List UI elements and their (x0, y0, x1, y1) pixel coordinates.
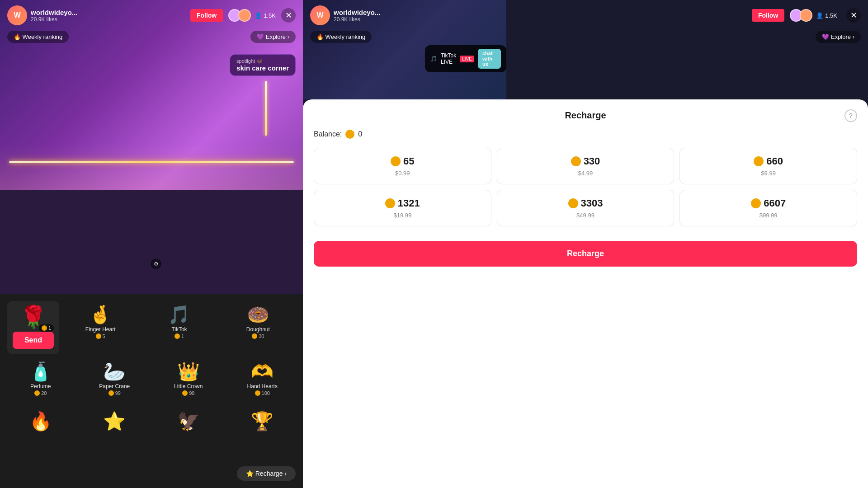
send-button[interactable]: Send (13, 332, 54, 349)
gift-name-tiktok: TikTok (171, 326, 187, 333)
gift-tiktok[interactable]: 🎵 TikTok 1 (142, 301, 217, 354)
avatar: W (7, 5, 27, 25)
coin-circle-330 (571, 156, 581, 166)
gift-emoji-tiktok: 🎵 (168, 305, 190, 324)
tiktok-icon: 🎵 (430, 56, 437, 62)
coins-grid: 65 $0.99 330 $4.99 660 $9.99 (314, 148, 857, 226)
gift-emoji-little-crown: 👑 (177, 362, 200, 380)
coin-icon (182, 390, 188, 396)
gift-name-little-crown: Little Crown (174, 383, 203, 389)
coin-amount-1321: 1321 (398, 197, 420, 209)
right-close-button[interactable]: ✕ (846, 8, 861, 23)
right-viewer-count: 👤 1.5K (816, 12, 837, 19)
gift-little-crown[interactable]: 👑 Little Crown 99 (151, 358, 226, 400)
likes-count: 20.9K likes (31, 16, 190, 23)
gifts-row-3: 🔥 ⭐ 🦅 🏆 (0, 404, 303, 438)
gifts-row-2: 🧴 Perfume 20 🦢 Paper Crane 99 👑 Little C… (0, 354, 303, 404)
settings-gear-icon[interactable]: ⚙ (151, 258, 161, 269)
coin-option-330[interactable]: 330 $4.99 (497, 148, 675, 184)
explore-button[interactable]: 💜 Explore › (250, 31, 296, 43)
coin-circle-1321 (385, 198, 395, 208)
spotlight-badge: spotlight 🦋 skin care corner (230, 54, 296, 76)
gift-emoji-trophy: 🏆 (251, 412, 274, 430)
gift-price-doughnut: 30 (252, 333, 264, 339)
coin-amount-row-65: 65 (391, 155, 414, 167)
coin-circle-6607 (751, 198, 761, 208)
coin-amount-row-660: 660 (754, 155, 783, 167)
right-explore-button[interactable]: 💜 Explore › (816, 31, 861, 43)
left-recharge-bar: ⭐ Recharge › (0, 466, 303, 481)
gift-hand-hearts[interactable]: 🫶 Hand Hearts 100 (226, 358, 300, 400)
close-button[interactable]: ✕ (281, 8, 296, 23)
coin-option-6607[interactable]: 6607 $99.99 (679, 190, 857, 226)
person-icon: 👤 (255, 12, 262, 19)
right-ranking-bar: 🔥 Weekly ranking 💜 Explore › (310, 31, 861, 43)
gift-emoji-perfume: 🧴 (29, 362, 52, 380)
led-glow (0, 145, 303, 190)
coin-icon (108, 390, 114, 396)
coin-usd-1321: $19.99 (393, 212, 411, 219)
coin-circle-3303 (568, 198, 578, 208)
right-weekly-ranking[interactable]: 🔥 Weekly ranking (310, 31, 372, 43)
gift-name-perfume: Perfume (30, 383, 51, 389)
coin-amount-3303: 3303 (581, 197, 603, 209)
recharge-action-button[interactable]: Recharge (314, 241, 857, 267)
right-person-icon: 👤 (816, 12, 823, 19)
led-strip (9, 161, 294, 163)
coin-circle-65 (391, 156, 401, 166)
gift-emoji-eagle: 🦅 (177, 412, 200, 430)
left-recharge-button[interactable]: ⭐ Recharge › (237, 466, 296, 481)
gift-name-hand-hearts: Hand Hearts (247, 383, 278, 389)
coin-amount-row-6607: 6607 (751, 197, 786, 209)
right-follow-button[interactable]: Follow (752, 9, 784, 22)
gift-emoji-doughnut: 🍩 (247, 305, 269, 324)
gift-perfume[interactable]: 🧴 Perfume 20 (4, 358, 78, 400)
tiktok-label: TikTok LIVE (441, 52, 456, 65)
coin-option-3303[interactable]: 3303 $49.99 (497, 190, 675, 226)
chat-with-us-button[interactable]: chat with us (478, 49, 501, 69)
gift-finger-heart[interactable]: 🤞 Finger Heart 5 (63, 301, 138, 354)
gift-fire[interactable]: 🔥 (4, 408, 78, 435)
coin-option-65[interactable]: 65 $0.99 (314, 148, 491, 184)
gifts-section: 🌹 1 Send 🤞 Finger Heart 5 🎵 TikTok (0, 294, 303, 488)
gift-paper-crane[interactable]: 🦢 Paper Crane 99 (78, 358, 152, 400)
gift-price-hand-hearts: 100 (255, 390, 270, 396)
left-stream-panel: W worldwideyo... 20.9K likes Follow 👤 1.… (0, 0, 303, 488)
spotlight-title: spotlight 🦋 (236, 58, 289, 64)
gift-count-badge: 1 (39, 324, 54, 332)
right-avatar: W (310, 5, 330, 25)
coin-icon (255, 390, 260, 396)
gift-price-perfume: 20 (34, 390, 47, 396)
coin-usd-660: $9.99 (761, 170, 776, 177)
coin-amount-row-3303: 3303 (568, 197, 603, 209)
weekly-ranking[interactable]: 🔥 Weekly ranking (7, 31, 69, 43)
coin-option-1321[interactable]: 1321 $19.99 (314, 190, 491, 226)
coin-amount-row-1321: 1321 (385, 197, 420, 209)
coin-icon (175, 333, 180, 339)
recharge-panel: Recharge ? Balance: 0 65 $0.99 330 (303, 99, 868, 488)
gift-trophy[interactable]: 🏆 (226, 408, 300, 435)
gift-name-paper-crane: Paper Crane (99, 383, 130, 389)
viewer-avatar-2 (238, 9, 251, 22)
gift-emoji-sparkle: ⭐ (103, 412, 126, 430)
recharge-panel-header: Recharge ? (314, 110, 857, 121)
coin-icon (42, 325, 47, 331)
coin-usd-65: $0.99 (395, 170, 410, 177)
coin-amount-660: 660 (766, 155, 783, 167)
balance-value: 0 (358, 130, 362, 138)
coin-option-660[interactable]: 660 $9.99 (679, 148, 857, 184)
stream-header: W worldwideyo... 20.9K likes Follow 👤 1.… (0, 0, 303, 31)
right-stream-panel: 🎵 TikTok LIVE LIVE chat with us W worldw… (303, 0, 868, 488)
led-wall (265, 81, 267, 136)
gift-price-tiktok: 1 (175, 333, 184, 339)
gift-sparkle[interactable]: ⭐ (78, 408, 152, 435)
tiktok-overlay: 🎵 TikTok LIVE LIVE chat with us (425, 45, 506, 72)
gift-price-little-crown: 99 (182, 390, 194, 396)
live-icon: LIVE (460, 56, 474, 62)
follow-button[interactable]: Follow (190, 9, 223, 22)
featured-gift[interactable]: 🌹 1 Send (7, 301, 59, 354)
help-button[interactable]: ? (844, 109, 857, 122)
gift-name-doughnut: Doughnut (246, 326, 270, 333)
gift-doughnut[interactable]: 🍩 Doughnut 30 (221, 301, 296, 354)
gift-eagle[interactable]: 🦅 (151, 408, 226, 435)
